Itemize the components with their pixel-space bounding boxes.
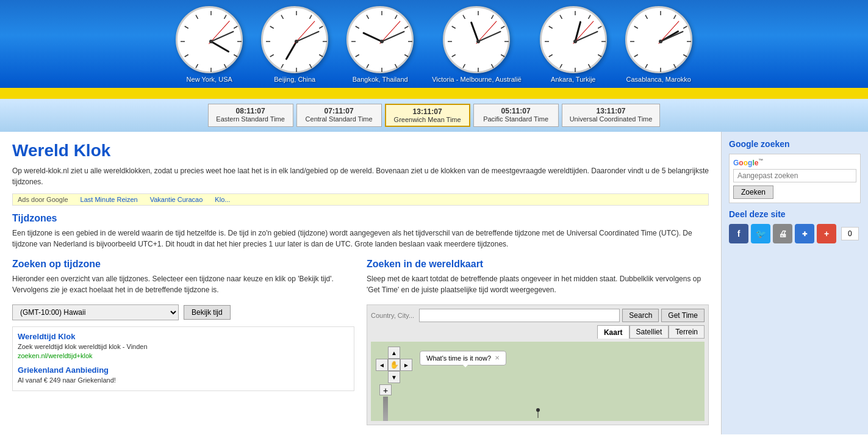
ad-item-1: Griekenland Aanbieding Al vanaf € 249 na… (18, 365, 349, 384)
svg-line-37 (395, 64, 398, 68)
tz-select-area: (GMT-12:00) International Date Line West… (12, 304, 354, 320)
svg-line-40 (356, 55, 359, 57)
google-search-box: Google™ Zoeken (729, 154, 861, 203)
svg-line-26 (270, 26, 274, 29)
svg-line-12 (211, 41, 229, 52)
svg-line-81 (673, 15, 676, 19)
svg-line-61 (478, 32, 501, 41)
svg-line-21 (310, 64, 312, 68)
clock-label-beijing: Beijing, China (274, 76, 315, 83)
svg-line-60 (472, 23, 478, 41)
get-time-button[interactable]: Get Time (661, 309, 705, 322)
svg-line-24 (270, 55, 274, 57)
map-search-button[interactable]: Search (622, 309, 659, 322)
svg-line-88 (634, 55, 637, 57)
ad-link-1[interactable]: Vakantie Curacao (150, 196, 203, 203)
svg-line-17 (310, 15, 312, 19)
tz-time-1: 07:11:07 (304, 107, 374, 115)
clock-svg-new-york (178, 8, 245, 75)
svg-line-69 (588, 64, 590, 68)
speech-bubble-close[interactable]: ✕ (495, 354, 500, 361)
svg-line-68 (598, 55, 601, 57)
svg-line-74 (548, 26, 552, 29)
map-nav-up[interactable]: ▲ (388, 347, 400, 359)
map-nav-center[interactable]: ✋ (388, 359, 400, 371)
tz-time-4: 13:11:07 (570, 107, 653, 115)
svg-point-47 (380, 40, 384, 43)
svg-line-50 (501, 26, 505, 29)
twitter-share-button[interactable]: 🐦 (751, 224, 770, 243)
map-search-input[interactable] (419, 309, 620, 322)
svg-line-84 (683, 55, 687, 57)
timezone-box-0: 08:11:07 Eastern Standard Time (208, 104, 293, 127)
ad-link-2[interactable]: Klo... (215, 196, 230, 203)
map-nav-left[interactable]: ◄ (376, 359, 388, 371)
map-container: Country, City... Search Get Time Kaart S… (367, 304, 709, 425)
svg-line-72 (548, 55, 552, 57)
clock-victoria: Victoria - Melbourne, Australië (432, 6, 522, 83)
deel-title: Deel deze site (729, 209, 861, 219)
zoeken-tijdzone-title: Zoeken op tijdzone (12, 259, 354, 270)
google-zoeken-button[interactable]: Zoeken (733, 185, 773, 199)
google-logo: Google™ (733, 158, 856, 167)
clock-face-bangkok (346, 6, 414, 73)
svg-line-20 (319, 55, 323, 57)
svg-line-10 (185, 26, 188, 29)
clock-face-victoria (443, 6, 510, 73)
delicious-share-button[interactable]: ✚ (795, 224, 814, 243)
svg-line-93 (661, 32, 683, 41)
clock-label-new-york: New York, USA (187, 76, 232, 83)
google-zoeken-title: Google zoeken (729, 139, 861, 149)
map-nav-right[interactable]: ► (400, 359, 412, 371)
map-type-kaart[interactable]: Kaart (597, 325, 629, 339)
svg-line-56 (452, 55, 456, 57)
clock-beijing: Beijing, China (261, 6, 328, 83)
svg-line-28 (287, 41, 297, 59)
facebook-share-button[interactable]: f (729, 224, 748, 243)
bekijk-tijd-button[interactable]: Bekijk tijd (184, 305, 231, 320)
google-search-input[interactable] (733, 169, 856, 182)
svg-line-53 (492, 64, 494, 68)
clock-face-beijing (261, 6, 328, 73)
ad-item-0: Wereldtijd Klok Zoek wereldtijd klok wer… (18, 332, 349, 359)
svg-line-87 (645, 64, 648, 68)
ads-bar: Ads door Google Last Minute Reizen Vakan… (12, 193, 709, 206)
top-header: New York, USA (0, 0, 868, 88)
zoeken-kaart-text: Sleep met de kaart totdat de betreffende… (367, 273, 709, 295)
map-nav-cluster: ▲ ◄ ✋ ► ▼ (376, 347, 412, 383)
svg-line-34 (404, 26, 408, 29)
map-type-satelliet[interactable]: Satelliet (629, 325, 669, 339)
ad-title-0[interactable]: Wereldtijd Klok (18, 332, 75, 341)
map-nav-down[interactable]: ▼ (388, 371, 400, 383)
map-type-buttons: Kaart Satelliet Terrein (371, 325, 705, 339)
ad-title-1[interactable]: Griekenland Aanbieding (18, 365, 109, 375)
tz-name-4: Universal Coordinated Time (570, 115, 653, 123)
svg-line-39 (367, 64, 369, 68)
svg-line-33 (395, 15, 398, 19)
google-plus-button[interactable]: + (817, 224, 836, 243)
svg-line-58 (452, 26, 456, 29)
timezone-box-3: 05:11:07 Pacific Standard Time (473, 104, 559, 127)
svg-point-79 (573, 40, 577, 43)
map-type-terrein[interactable]: Terrein (669, 325, 705, 339)
page-title: Wereld Klok (12, 141, 709, 160)
svg-line-2 (234, 26, 237, 29)
timezone-bar: 08:11:07 Eastern Standard Time 07:11:07 … (0, 99, 868, 132)
timezone-box-1: 07:11:07 Central Standard Time (296, 104, 382, 127)
tz-dropdown[interactable]: (GMT-12:00) International Date Line West… (12, 304, 179, 320)
svg-line-85 (673, 64, 676, 68)
svg-line-27 (281, 15, 284, 19)
sidebar: Google zoeken Google™ Zoeken Deel deze s… (722, 132, 868, 434)
svg-line-1 (224, 15, 227, 19)
tijdzones-title: Tijdzones (12, 213, 709, 224)
intro-text: Op wereld-klok.nl ziet u alle wereldklok… (12, 165, 709, 187)
svg-line-52 (501, 55, 505, 57)
col-right: Zoeken in de wereldkaart Sleep met de ka… (367, 259, 709, 425)
map-zoom-in[interactable]: + (379, 384, 392, 395)
ad-link-0[interactable]: Last Minute Reizen (81, 196, 138, 203)
print-button[interactable]: 🖨 (773, 224, 792, 243)
clock-svg-bangkok (348, 8, 415, 75)
tijdzones-text: Een tijdzone is een gebied in de wereld … (12, 228, 709, 250)
map-view[interactable]: ▲ ◄ ✋ ► ▼ + (371, 342, 705, 421)
speech-bubble-text: What's time is it now? (426, 354, 491, 362)
